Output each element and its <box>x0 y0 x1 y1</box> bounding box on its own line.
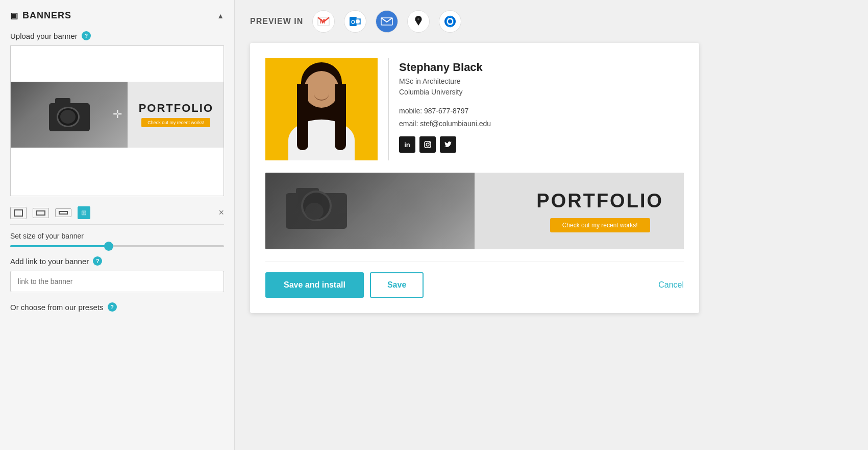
thunderbird-icon[interactable] <box>439 10 461 33</box>
section-title: ▣ BANNERS <box>10 10 71 21</box>
link-input[interactable] <box>10 271 224 292</box>
link-help-icon[interactable]: ? <box>93 256 102 266</box>
presets-help-icon[interactable]: ? <box>108 302 117 312</box>
portfolio-title-large: PORTFOLIO <box>536 190 663 212</box>
linkedin-icon[interactable]: in <box>399 136 415 153</box>
contact-details: mobile: 987-677-8797 email: stef@columbi… <box>399 105 684 130</box>
contact-name: Stephany Black <box>399 61 684 74</box>
set-size-label: Set size of your banner <box>10 232 224 240</box>
banner-preview-large: PORTFOLIO Check out my recent works! <box>265 173 684 249</box>
banner-camera-bg <box>265 173 475 249</box>
svg-point-7 <box>417 18 419 20</box>
portfolio-cta-large: Check out my recent works! <box>550 218 650 232</box>
size-btn-med[interactable] <box>33 208 49 218</box>
cancel-button[interactable]: Cancel <box>658 280 684 290</box>
slider-thumb[interactable] <box>104 242 113 251</box>
contact-title-line2: Columbia University <box>399 87 684 98</box>
delete-banner-button[interactable]: × <box>218 207 224 218</box>
social-icons: in <box>399 136 684 153</box>
divider-line <box>388 58 389 160</box>
signature-area: Stephany Black MSc in Architecture Colum… <box>265 58 684 160</box>
outlook-icon[interactable]: O <box>344 10 366 33</box>
section-header: ▣ BANNERS ▲ <box>10 10 224 21</box>
slider-container[interactable] <box>10 245 224 247</box>
right-panel: PREVIEW IN M O <box>235 0 868 450</box>
apple-mail-icon[interactable] <box>407 10 430 33</box>
size-btn-full[interactable] <box>10 207 27 219</box>
upload-help-icon[interactable]: ? <box>82 31 91 40</box>
profile-photo <box>265 58 378 160</box>
banners-icon: ▣ <box>10 11 18 20</box>
svg-point-4 <box>356 19 360 23</box>
preview-header: PREVIEW IN M O <box>250 10 853 33</box>
section-title-text: BANNERS <box>22 10 71 21</box>
mac-mail-icon[interactable] <box>376 10 398 33</box>
svg-point-12 <box>426 143 429 146</box>
left-panel: ▣ BANNERS ▲ Upload your banner ? PORTFOL… <box>0 0 235 450</box>
contact-mobile: mobile: 987-677-8797 <box>399 105 684 117</box>
contact-title: MSc in Architecture Columbia University <box>399 76 684 98</box>
svg-text:O: O <box>351 19 355 25</box>
gmail-icon[interactable]: M <box>312 10 335 33</box>
banner-preview-small: PORTFOLIO Check out my recent works! ✛ <box>11 82 224 148</box>
portfolio-text-small: PORTFOLIO Check out my recent works! <box>139 102 213 127</box>
slider-fill <box>10 245 109 247</box>
add-link-label: Add link to your banner ? <box>10 256 224 266</box>
svg-point-10 <box>448 19 452 23</box>
save-and-install-button[interactable]: Save and install <box>265 272 364 298</box>
contact-email: email: stef@columbiauni.edu <box>399 117 684 130</box>
svg-point-13 <box>429 143 430 144</box>
save-button[interactable]: Save <box>370 272 424 298</box>
action-bar: Save and install Save Cancel <box>265 262 684 298</box>
banner-right-content: PORTFOLIO Check out my recent works! <box>536 190 663 232</box>
instagram-icon[interactable] <box>419 136 436 153</box>
preview-in-label: PREVIEW IN <box>250 17 303 26</box>
upload-label: Upload your banner ? <box>10 31 224 40</box>
mobile-value: 987-677-8797 <box>424 107 468 115</box>
contact-info: Stephany Black MSc in Architecture Colum… <box>399 58 684 160</box>
portfolio-title-small: PORTFOLIO <box>139 102 213 115</box>
preview-card: Stephany Black MSc in Architecture Colum… <box>250 43 699 313</box>
collapse-arrow[interactable]: ▲ <box>217 12 224 20</box>
size-btn-grid[interactable]: ⊞ <box>78 206 90 219</box>
email-value: stef@columbiauni.edu <box>420 120 491 128</box>
banner-upload-box[interactable]: PORTFOLIO Check out my recent works! ✛ <box>10 45 224 196</box>
svg-text:M: M <box>320 18 325 25</box>
portfolio-btn-small: Check out my recent works! <box>141 118 210 127</box>
contact-title-line1: MSc in Architecture <box>399 76 684 87</box>
twitter-icon[interactable] <box>440 136 456 153</box>
size-btn-sm[interactable] <box>55 208 71 217</box>
slider-track <box>10 245 224 247</box>
presets-label: Or choose from our presets ? <box>10 302 224 312</box>
size-controls: ⊞ × <box>10 201 224 225</box>
